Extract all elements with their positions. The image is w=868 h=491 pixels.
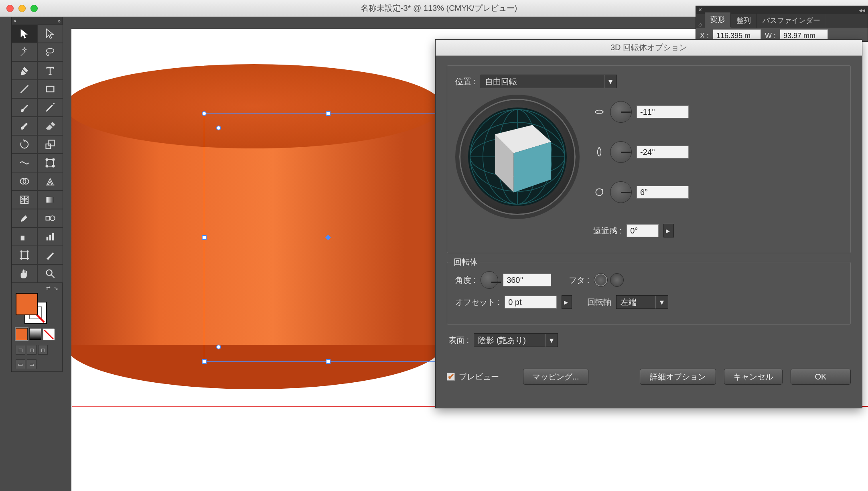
draw-inside-icon[interactable]: ◻ — [38, 345, 48, 355]
offset-field[interactable]: 0 pt — [505, 296, 557, 308]
cap-off-button[interactable] — [610, 273, 624, 287]
selection-tool[interactable] — [12, 24, 37, 43]
symbol-sprayer-tool[interactable] — [12, 227, 37, 246]
magic-wand-tool[interactable] — [12, 43, 37, 61]
eyedropper-tool[interactable] — [12, 209, 37, 227]
panel-header[interactable]: × » — [12, 17, 62, 24]
ok-button[interactable]: OK — [791, 369, 851, 385]
line-tool[interactable] — [12, 80, 37, 98]
draw-behind-icon[interactable]: ◻ — [27, 345, 37, 355]
surface-select[interactable]: 陰影 (艶あり) ▾ — [474, 333, 558, 347]
zoom-window-button[interactable] — [30, 5, 38, 12]
revolve-legend: 回転体 — [451, 257, 480, 268]
blob-brush-tool[interactable] — [12, 117, 37, 135]
direct-selection-tool[interactable] — [37, 24, 63, 43]
rotate-z-dial[interactable] — [610, 181, 632, 203]
rectangle-tool[interactable] — [37, 80, 63, 98]
shape-builder-tool[interactable] — [12, 172, 37, 191]
swap-fill-stroke-icon[interactable]: ⇄ — [46, 285, 51, 291]
rotate-y-field[interactable]: -24° — [637, 146, 689, 158]
selection-bounding-box[interactable] — [204, 113, 452, 362]
rotate-x-field[interactable]: -11° — [637, 106, 689, 118]
color-mode-button[interactable] — [16, 328, 28, 340]
minimize-window-button[interactable] — [18, 5, 26, 12]
fill-swatch[interactable] — [16, 293, 38, 315]
blend-tool[interactable] — [37, 209, 63, 227]
zoom-tool[interactable] — [37, 264, 63, 283]
artboard-tool[interactable] — [12, 246, 37, 264]
angle-field[interactable]: 360° — [503, 274, 551, 286]
close-icon[interactable]: × — [13, 18, 16, 24]
more-options-button[interactable]: 詳細オプション — [640, 369, 716, 385]
tab-transform[interactable]: 変形 — [705, 12, 731, 28]
gradient-tool[interactable] — [37, 191, 63, 209]
position-label: 位置 : — [455, 76, 476, 87]
preview-label: プレビュー — [459, 371, 499, 382]
screen-mode-2-icon[interactable]: ▭ — [27, 359, 37, 369]
width-tool[interactable] — [12, 154, 37, 172]
tab-align[interactable]: 整列 — [731, 13, 757, 28]
mapping-button[interactable]: マッピング... — [523, 369, 588, 385]
svg-point-3 — [47, 49, 54, 53]
svg-point-17 — [50, 216, 55, 221]
svg-point-23 — [47, 270, 52, 276]
pen-tool[interactable] — [12, 61, 37, 80]
svg-point-8 — [46, 159, 48, 161]
window-controls — [6, 5, 38, 12]
3d-revolve-dialog: 3D 回転体オプション 位置 : 自由回転 ▾ — [435, 39, 862, 408]
paintbrush-tool[interactable] — [12, 98, 37, 117]
rotate-y-icon — [593, 146, 605, 158]
offset-stepper[interactable]: ▸ — [562, 295, 572, 309]
cancel-button[interactable]: キャンセル — [724, 369, 783, 385]
resize-handle-bm[interactable] — [326, 359, 331, 364]
rotate-z-field[interactable]: 6° — [637, 186, 689, 199]
free-transform-tool[interactable] — [37, 154, 63, 172]
lasso-tool[interactable] — [37, 43, 63, 61]
svg-point-33 — [598, 148, 601, 156]
rotation-trackball[interactable] — [455, 95, 580, 219]
position-value: 自由回転 — [485, 76, 517, 87]
chevron-down-icon: ▾ — [655, 296, 664, 308]
svg-rect-16 — [46, 216, 50, 220]
close-icon[interactable]: × — [698, 6, 702, 14]
collapse-icon[interactable]: ◂◂ — [859, 6, 865, 14]
column-graph-tool[interactable] — [37, 227, 63, 246]
perspective-grid-tool[interactable] — [37, 172, 63, 191]
gradient-mode-button[interactable] — [29, 328, 41, 340]
eraser-tool[interactable] — [37, 117, 63, 135]
none-mode-button[interactable] — [43, 328, 55, 340]
anchor-point[interactable] — [216, 126, 221, 130]
resize-handle-bl[interactable] — [202, 359, 207, 364]
perspective-stepper[interactable]: ▸ — [663, 224, 674, 237]
resize-handle-tl[interactable] — [202, 111, 207, 116]
slice-tool[interactable] — [37, 246, 63, 264]
anchor-point[interactable] — [216, 345, 221, 349]
hand-tool[interactable] — [12, 264, 37, 283]
rotate-y-dial[interactable] — [610, 141, 632, 163]
type-tool[interactable] — [37, 61, 63, 80]
tab-pathfinder[interactable]: パスファインダー — [757, 13, 826, 28]
center-point[interactable] — [325, 235, 331, 240]
chevron-down-icon: ▾ — [604, 75, 612, 88]
resize-handle-tm[interactable] — [326, 111, 331, 116]
position-select[interactable]: 自由回転 ▾ — [481, 75, 617, 88]
angle-dial[interactable] — [481, 271, 498, 289]
offset-label: オフセット : — [455, 297, 500, 308]
screen-mode-icon[interactable]: ▭ — [16, 359, 25, 369]
axis-select[interactable]: 左端 ▾ — [616, 295, 668, 309]
pencil-tool[interactable] — [37, 98, 63, 117]
preview-checkbox[interactable]: ✔ プレビュー — [447, 371, 499, 382]
close-window-button[interactable] — [6, 5, 14, 12]
rotate-x-dial[interactable] — [610, 101, 632, 123]
draw-normal-icon[interactable]: ◻ — [16, 345, 25, 355]
resize-handle-ml[interactable] — [202, 235, 207, 240]
scale-tool[interactable] — [37, 135, 63, 154]
rotate-tool[interactable] — [12, 135, 37, 154]
cap-on-button[interactable] — [594, 273, 608, 287]
surface-label: 表面 : — [448, 335, 469, 346]
collapse-icon[interactable]: » — [57, 18, 61, 24]
perspective-field[interactable]: 0° — [627, 224, 659, 237]
svg-rect-18 — [21, 236, 24, 241]
default-fill-stroke-icon[interactable]: ↘ — [54, 285, 58, 291]
mesh-tool[interactable] — [12, 191, 37, 209]
